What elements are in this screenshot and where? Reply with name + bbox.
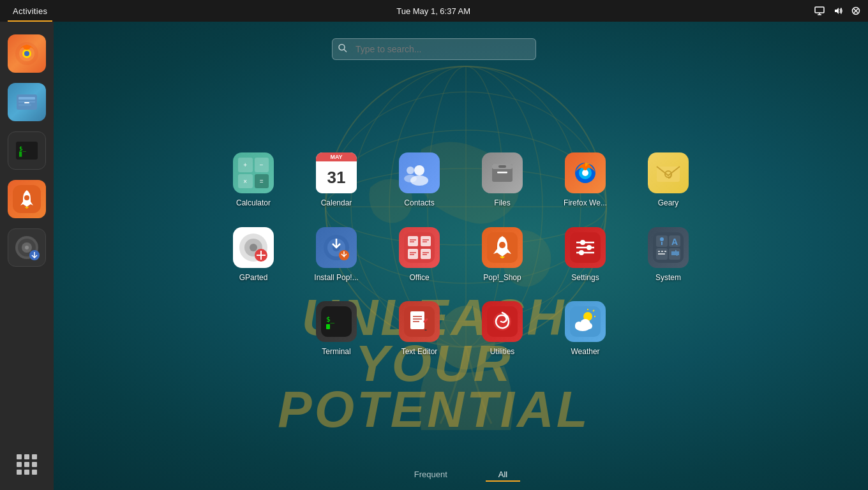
app-item-gparted[interactable]: GParted [212, 221, 295, 288]
dock-item-terminal[interactable]: $_ █ [8, 131, 46, 170]
weather-label: Weather [571, 347, 599, 356]
svg-rect-58 [408, 249, 418, 259]
tab-all[interactable]: All [473, 463, 533, 486]
app-item-calculator[interactable]: + − × = Calculator [212, 146, 295, 214]
app-item-system[interactable]: A System [627, 221, 710, 288]
svg-point-36 [407, 167, 414, 174]
calculator-label: Calculator [236, 198, 271, 207]
app-item-install[interactable]: Install Pop!... [295, 221, 378, 288]
app-item-geary[interactable]: Geary [627, 146, 710, 214]
app-row-1: + − × = Calculator MAY 31 Calendar [212, 146, 710, 214]
calendar-icon: MAY 31 [316, 152, 357, 193]
svg-point-37 [404, 175, 417, 182]
office-label: Office [409, 273, 429, 282]
app-item-texteditor[interactable]: Text Editor [378, 295, 461, 362]
svg-point-30 [25, 246, 29, 249]
calendar-label: Calendar [321, 198, 352, 207]
svg-rect-56 [408, 236, 418, 246]
firefox-icon [565, 152, 606, 193]
search-input[interactable] [332, 38, 536, 60]
activities-button[interactable]: Activities [8, 0, 52, 22]
svg-text:$_: $_ [326, 315, 335, 323]
svg-rect-57 [421, 236, 431, 246]
terminal-label: Terminal [322, 347, 350, 356]
files-icon [482, 152, 523, 193]
svg-rect-18 [19, 97, 35, 100]
svg-text:A: A [671, 237, 678, 247]
dock-app-grid[interactable] [8, 445, 46, 484]
svg-point-76 [579, 250, 584, 255]
svg-text:$_: $_ [19, 145, 26, 152]
bottom-nav: Frequent All [54, 458, 868, 490]
svg-point-49 [250, 244, 257, 251]
calculator-icon: + − × = [233, 152, 274, 193]
svg-text:█: █ [19, 151, 22, 157]
app-item-weather[interactable]: Weather [544, 295, 627, 362]
tab-frequent[interactable]: Frequent [389, 463, 473, 486]
topbar: Activities Tue May 1, 6:37 AM [0, 0, 868, 22]
svg-rect-9 [815, 7, 824, 13]
svg-point-44 [582, 170, 588, 176]
utilities-icon [482, 301, 523, 342]
svg-rect-82 [658, 251, 660, 252]
display-icon[interactable] [814, 6, 825, 15]
svg-point-108 [586, 323, 592, 329]
gparted-label: GParted [239, 273, 268, 282]
app-grid: + − × = Calculator MAY 31 Calendar [54, 70, 868, 439]
dock-item-files[interactable] [8, 83, 46, 121]
dock-item-disc[interactable] [8, 228, 46, 267]
office-icon [399, 227, 440, 268]
dock-item-popshop[interactable] [8, 180, 46, 218]
svg-rect-84 [664, 251, 666, 252]
app-item-utilities[interactable]: Utilities [461, 295, 544, 362]
texteditor-label: Text Editor [401, 347, 438, 356]
volume-icon[interactable] [834, 6, 842, 15]
app-item-contacts[interactable]: Contacts [378, 146, 461, 214]
install-label: Install Pop!... [314, 273, 358, 282]
terminal-icon: $_ [316, 301, 357, 342]
gparted-icon [233, 227, 274, 268]
geary-label: Geary [658, 198, 679, 207]
app-item-settings[interactable]: Settings [544, 221, 627, 288]
geary-icon [648, 152, 689, 193]
sidebar-dock: $_ █ [0, 22, 54, 490]
dock-item-firefox[interactable] [8, 34, 46, 73]
svg-rect-85 [658, 253, 665, 255]
utilities-label: Utilities [490, 347, 515, 356]
popshop-icon [482, 227, 523, 268]
topbar-right-icons [814, 6, 860, 15]
search-container [332, 38, 536, 60]
svg-rect-93 [410, 311, 424, 329]
svg-rect-40 [498, 165, 506, 168]
install-icon [316, 227, 357, 268]
app-item-office[interactable]: Office [378, 221, 461, 288]
app-item-terminal[interactable]: $_ Terminal [295, 295, 378, 362]
firefox-label: Firefox We... [564, 198, 607, 207]
contacts-label: Contacts [404, 198, 434, 207]
system-icon: A [648, 227, 689, 268]
contacts-icon [399, 152, 440, 193]
svg-line-103 [593, 310, 594, 311]
svg-point-72 [580, 240, 585, 245]
svg-point-32 [339, 45, 345, 50]
app-item-firefox[interactable]: Firefox We... [544, 146, 627, 214]
app-item-popshop[interactable]: Pop!_Shop [461, 221, 544, 288]
app-row-2: GParted Install Pop!... [212, 221, 710, 288]
svg-point-16 [24, 51, 29, 56]
app-item-files[interactable]: Files [461, 146, 544, 214]
svg-point-74 [587, 245, 592, 250]
topbar-datetime: Tue May 1, 6:37 AM [52, 6, 814, 16]
search-icon [338, 44, 347, 55]
app-item-calendar[interactable]: MAY 31 Calendar [295, 146, 378, 214]
svg-rect-21 [24, 102, 29, 103]
settings-label: Settings [571, 273, 599, 282]
svg-point-69 [499, 242, 505, 248]
power-icon[interactable] [851, 6, 860, 15]
svg-point-34 [414, 165, 424, 175]
svg-point-79 [660, 237, 664, 241]
svg-rect-83 [661, 251, 663, 252]
svg-point-26 [24, 195, 29, 200]
svg-rect-91 [326, 324, 330, 329]
files-label: Files [494, 198, 510, 207]
texteditor-icon [399, 301, 440, 342]
